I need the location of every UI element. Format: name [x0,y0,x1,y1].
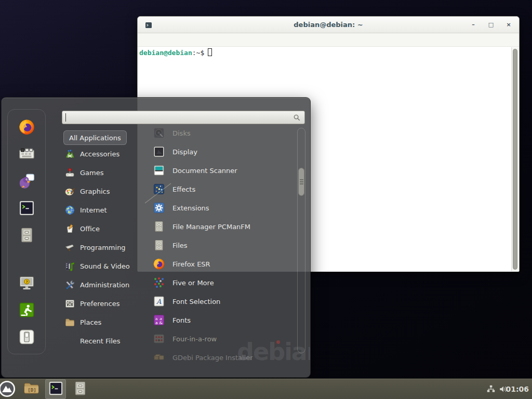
terminal-titlebar[interactable]: debian@debian: ~ – □ × [138,17,519,33]
menu-launcher-button[interactable] [0,380,16,397]
fonts-icon: aaa& [153,314,165,326]
prompt-user-host: debian@debian [139,49,192,57]
application-item[interactable]: File Manager PCManFM [148,217,295,236]
application-item[interactable]: Effects [148,180,295,198]
favorite-item[interactable] [17,146,36,164]
application-item[interactable]: Firefox ESR [148,255,295,273]
category-item[interactable]: Accessories [62,144,138,163]
four-in-a-row-icon [153,332,165,345]
terminal-window-icon [144,21,153,29]
tray-item[interactable] [486,384,496,394]
application-label: File Manager PCManFM [172,223,250,231]
application-item[interactable]: Extensions [148,198,295,217]
application-label: Five or More [172,279,214,287]
session-button[interactable] [17,329,36,347]
category-item[interactable]: Programming [62,238,138,257]
application-label: Disks [172,129,191,137]
application-label: Four-in-a-row [172,335,217,343]
category-label: Internet [80,206,107,214]
application-label: Fonts [172,316,191,324]
lock-screen-icon: ? [18,274,35,293]
close-button[interactable]: × [503,20,514,30]
menu-scrollbar[interactable] [297,128,305,353]
taskbar-panel: [D] 01:06 [0,378,532,399]
disks-icon [153,127,165,139]
application-item[interactable]: Document Scanner [148,161,295,180]
category-item[interactable]: Preferences [62,294,138,313]
terminal-menubar [138,33,519,47]
favorite-item[interactable] [17,227,36,245]
terminal-scrollbar-thumb[interactable] [513,49,517,270]
panel-clock[interactable]: 01:06 [506,379,529,399]
watermark-dot [276,340,280,344]
minimize-button[interactable]: – [468,20,478,30]
favorites-list [17,119,36,275]
category-item[interactable]: Places [62,313,138,331]
prompt-suffix: :~$ [192,49,204,57]
category-item[interactable]: Sound & Video [62,257,138,275]
effects-icon [153,183,165,195]
search-input[interactable] [66,111,293,124]
session-button[interactable] [17,302,36,320]
category-item[interactable]: Games [62,163,138,182]
maximize-button[interactable]: □ [486,20,496,30]
terminal-cursor [208,48,212,56]
session-button[interactable]: ? [17,275,36,292]
font-selection-icon: A [153,295,165,308]
category-label: Recent Files [80,337,121,345]
terminal-title: debian@debian: ~ [138,21,519,29]
application-label: Firefox ESR [172,260,210,268]
svg-text:a: a [155,321,158,325]
category-label: Accessories [80,150,119,158]
category-label: Sound & Video [80,262,130,270]
internet-icon [64,205,75,216]
terminal-menu-item[interactable] [162,39,169,41]
application-list: Disks Display Document Scanner Effects E… [148,124,295,367]
taskbar-window-button[interactable] [45,379,66,399]
category-item[interactable]: Office [62,219,138,238]
file-cabinet-icon [153,239,165,251]
application-item[interactable]: Disks [148,124,295,142]
favorites-column: ? [7,109,46,354]
application-label: Document Scanner [172,167,237,175]
svg-text:&: & [159,321,163,325]
system-tray [486,379,508,399]
all-applications-button[interactable]: All Applications [63,130,127,145]
firefox-icon [18,118,35,137]
terminal-menu-item[interactable] [153,39,160,41]
category-item[interactable]: Graphics [62,182,138,201]
terminal-menu-item[interactable] [190,39,197,41]
terminal-scrollbar[interactable] [511,47,518,271]
application-item[interactable]: aaa& Fonts [148,311,295,329]
search-box[interactable] [62,111,305,124]
shut-down-icon [18,328,35,347]
extensions-icon [153,202,165,214]
application-item[interactable]: A Font Selection [148,292,295,311]
file-cabinet-icon [72,380,88,398]
favorite-item[interactable] [17,200,36,218]
application-label: Font Selection [172,298,220,305]
log-out-icon [18,301,35,320]
category-label: Games [80,169,103,177]
terminal-menu-item[interactable] [171,39,179,41]
taskbar-window-button[interactable] [70,379,90,399]
debian-watermark: debian [237,340,311,364]
application-item[interactable]: Display [148,142,295,161]
five-or-more-icon [153,276,165,289]
terminal-menu-item[interactable] [181,39,188,41]
application-item[interactable]: Files [148,236,295,255]
terminal-menu-item[interactable] [143,39,151,41]
menu-scrollbar-thumb[interactable] [298,168,304,196]
category-item[interactable]: Recent Files [62,331,138,350]
games-icon [64,167,75,178]
category-label: Preferences [80,300,119,308]
category-item[interactable]: Administration [62,275,138,294]
favorite-item[interactable] [17,119,36,137]
application-label: Extensions [172,204,209,212]
svg-text:[D]: [D] [28,387,36,393]
category-item[interactable]: Internet [62,201,138,219]
places-icon [64,317,75,328]
taskbar-window-button[interactable]: [D] [21,379,42,399]
favorite-item[interactable] [17,173,36,191]
application-item[interactable]: Five or More [148,273,295,292]
